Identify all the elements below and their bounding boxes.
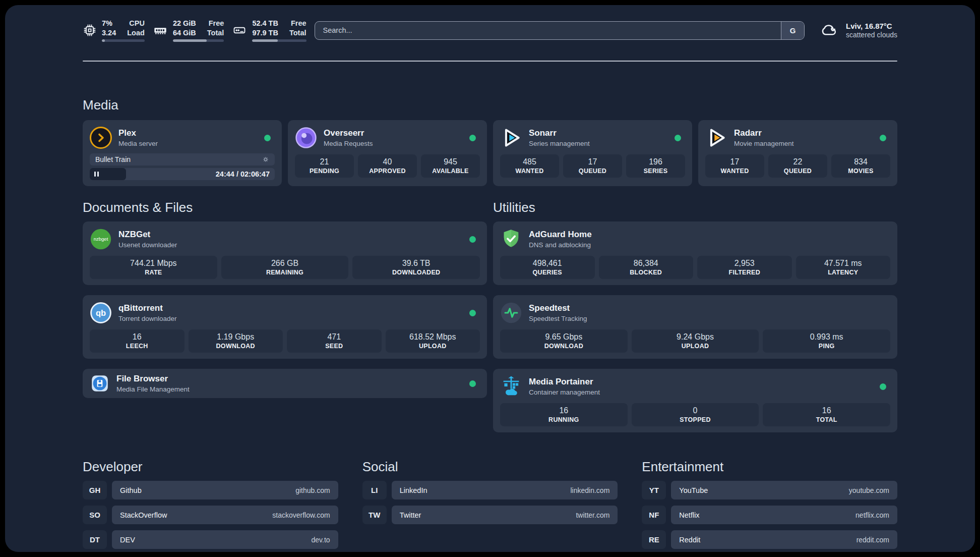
status-online-dot [469, 236, 476, 243]
player-settings-button[interactable] [262, 155, 275, 163]
link-reddit[interactable]: Redditreddit.com [671, 530, 897, 549]
link-row-github: GH Githubgithub.com [83, 481, 338, 499]
load-label: Load [127, 28, 145, 37]
stat-seed: 471SEED [287, 329, 382, 353]
app-card-speedtest[interactable]: Speedtest Speedtest Tracking 9.65 GbpsDO… [493, 295, 897, 359]
sonarr-icon [500, 127, 522, 149]
app-card-nzbget[interactable]: nzbget NZBGet Usenet downloader 744.21 M… [83, 221, 487, 285]
disk-free: 52.4 TB [252, 19, 278, 28]
stat-running: 16RUNNING [500, 403, 628, 426]
stat-downloaded: 39.6 TBDOWNLOADED [352, 256, 480, 279]
section-title-entertainment: Entertainment [642, 459, 897, 475]
ram-progress [173, 39, 224, 42]
status-online-dot [469, 380, 476, 387]
app-desc: DNS and adblocking [529, 241, 592, 249]
app-name: Overseerr [324, 128, 373, 138]
stat-wanted: 17WANTED [705, 154, 764, 178]
app-card-filebrowser[interactable]: File Browser Media File Management [83, 369, 487, 398]
app-desc: Movie management [734, 140, 794, 147]
app-card-overseerr[interactable]: Overseerr Media Requests 21PENDING 40APP… [288, 120, 487, 186]
link-tag: TW [362, 506, 387, 524]
app-name: File Browser [116, 374, 190, 384]
now-playing-title: Bullet Train [90, 155, 131, 163]
links-developer: Developer GH Githubgithub.com SO StackOv… [83, 459, 338, 549]
stat-blocked: 86,384BLOCKED [599, 256, 694, 279]
playback-progress-bar[interactable]: 24:44 / 02:06:47 [90, 168, 275, 180]
svg-text:nzbget: nzbget [94, 236, 108, 242]
speedtest-icon [500, 302, 522, 324]
stat-upload: 618.52 MbpsUPLOAD [386, 329, 480, 353]
search-input[interactable] [315, 22, 781, 39]
link-stackoverflow[interactable]: StackOverflowstackoverflow.com [112, 506, 338, 524]
svg-text:qb: qb [96, 308, 106, 317]
link-tag: DT [83, 530, 107, 549]
plex-icon [90, 127, 112, 149]
stat-download: 1.19 GbpsDOWNLOAD [189, 329, 283, 353]
media-grid: Plex Media server Bullet Train 24:44 / 0… [83, 120, 897, 186]
link-linkedin[interactable]: LinkedInlinkedin.com [392, 481, 618, 499]
cpu-stat: 7%3.24 CPULoad [83, 19, 145, 42]
links-entertainment: Entertainment YT YouTubeyoutube.com NF N… [642, 459, 897, 549]
playback-time: 24:44 / 02:06:47 [216, 170, 270, 178]
link-youtube[interactable]: YouTubeyoutube.com [671, 481, 897, 499]
disk-icon [232, 23, 247, 37]
app-desc: Container management [529, 388, 600, 396]
app-desc: Usenet downloader [118, 241, 177, 249]
app-card-adguard[interactable]: AdGuard Home DNS and adblocking 498,461Q… [493, 221, 897, 285]
stat-queued: 17QUEUED [563, 154, 622, 178]
status-online-dot [469, 135, 476, 141]
links-social: Social LI LinkedInlinkedin.com TW Twitte… [362, 459, 618, 549]
app-name: Sonarr [529, 128, 590, 138]
disk-total-label: Total [289, 28, 307, 37]
plex-now-playing: Bullet Train 24:44 / 02:06:47 [90, 153, 275, 180]
top-bar: 7%3.24 CPULoad 22 GiB64 GiB FreeTotal [83, 18, 897, 42]
app-name: qBittorrent [118, 303, 177, 313]
status-online-dot [880, 383, 886, 390]
disk-stat: 52.4 TB97.9 TB FreeTotal [232, 19, 306, 42]
link-tag: SO [83, 506, 107, 524]
app-desc: Media server [118, 140, 158, 147]
status-online-dot [880, 135, 886, 141]
section-title-developer: Developer [83, 459, 338, 475]
weather-location-temp: Lviv, 16.87°C [846, 22, 897, 30]
app-name: Radarr [734, 128, 794, 138]
link-row-linkedin: LI LinkedInlinkedin.com [362, 481, 618, 499]
app-name: AdGuard Home [529, 230, 592, 240]
stat-series: 196SERIES [626, 154, 685, 178]
link-tag: LI [362, 481, 387, 499]
stat-pending: 21PENDING [295, 154, 354, 178]
app-desc: Media File Management [116, 385, 190, 393]
ram-icon [153, 23, 168, 37]
stat-queued: 22QUEUED [768, 154, 827, 178]
app-card-portainer[interactable]: Media Portainer Container management 16R… [493, 369, 897, 432]
link-row-reddit: RE Redditreddit.com [642, 530, 897, 549]
status-online-dot [469, 310, 476, 316]
app-name: Plex [118, 128, 158, 138]
section-title-media: Media [83, 97, 897, 113]
search-engine-button[interactable]: G [781, 22, 804, 39]
link-twitter[interactable]: Twittertwitter.com [392, 506, 618, 524]
weather-condition: scattered clouds [846, 31, 897, 39]
stat-download: 9.65 GbpsDOWNLOAD [500, 329, 628, 353]
link-tag: GH [83, 481, 107, 499]
overseerr-icon [295, 127, 317, 149]
pause-icon [94, 172, 99, 177]
disk-free-label: Free [289, 19, 307, 28]
stat-approved: 40APPROVED [358, 154, 417, 178]
app-card-sonarr[interactable]: Sonarr Series management 485WANTED 17QUE… [493, 120, 692, 186]
cloud-icon [819, 21, 840, 39]
status-online-dot [264, 135, 271, 141]
stat-filtered: 2,953FILTERED [697, 256, 792, 279]
stat-available: 945AVAILABLE [421, 154, 480, 178]
app-card-radarr[interactable]: Radarr Movie management 17WANTED 22QUEUE… [698, 120, 897, 186]
playback-progress-fill [90, 168, 126, 180]
link-github[interactable]: Githubgithub.com [112, 481, 338, 499]
cpu-label: CPU [127, 19, 145, 28]
weather-widget[interactable]: Lviv, 16.87°C scattered clouds [819, 21, 897, 39]
ram-total: 64 GiB [173, 28, 196, 37]
link-netflix[interactable]: Netflixnetflix.com [671, 506, 897, 524]
app-card-plex[interactable]: Plex Media server Bullet Train 24:44 / 0… [83, 120, 282, 186]
link-dev[interactable]: DEVdev.to [112, 530, 338, 549]
stat-remaining: 266 GBREMAINING [221, 256, 349, 279]
app-card-qbittorrent[interactable]: qb qBittorrent Torrent downloader 16LEEC… [83, 295, 487, 359]
